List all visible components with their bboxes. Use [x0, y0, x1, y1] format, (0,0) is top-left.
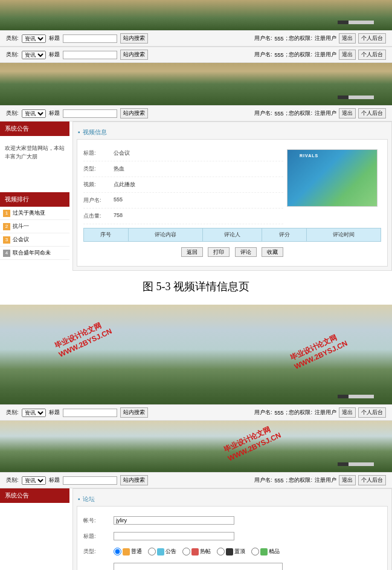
- category-select[interactable]: 资讯: [22, 409, 46, 417]
- label-account: 帐号:: [83, 517, 114, 525]
- category-select[interactable]: 资讯: [22, 34, 46, 43]
- user-prefix: 用户名:: [254, 34, 272, 42]
- category-select[interactable]: 资讯: [22, 476, 46, 485]
- main-panel-post: ▪论坛 帐号: 标题: 类型: 普通 公告 热帖 置顶 精品 内容:✲ 附件: …: [72, 488, 392, 570]
- search-input[interactable]: [63, 34, 117, 43]
- search-bar-mid: 类别: 资讯 标题 站内搜索 用户名: 555 ; 您的权限: 注册用户 退出 …: [0, 404, 392, 421]
- list-item[interactable]: 2抗斗一: [0, 220, 69, 233]
- search-input[interactable]: [63, 51, 117, 59]
- personal-button[interactable]: 个人后台: [358, 475, 386, 485]
- search-button[interactable]: 站内搜索: [120, 475, 148, 485]
- comment-button[interactable]: 评论: [235, 247, 257, 257]
- back-button[interactable]: 返回: [181, 247, 203, 257]
- radio-option[interactable]: 公告: [148, 548, 176, 555]
- role: 注册用户: [315, 34, 336, 42]
- comment-table: 序号 评论内容 评论人 评分 评论时间: [83, 228, 381, 242]
- search-button[interactable]: 站内搜索: [120, 108, 148, 118]
- print-button[interactable]: 打印: [208, 247, 230, 257]
- announce-header: 系统公告: [0, 121, 69, 136]
- logout-button[interactable]: 退出: [339, 33, 356, 44]
- logout-button[interactable]: 退出: [339, 475, 356, 485]
- category-icon: [123, 548, 130, 555]
- category-icon: [226, 548, 233, 555]
- category-icon: [157, 548, 164, 555]
- content-editor[interactable]: ✲: [114, 563, 283, 570]
- username: 555: [274, 36, 283, 42]
- category-icon: [260, 548, 268, 555]
- logout-button[interactable]: 退出: [339, 407, 356, 418]
- radio-option[interactable]: 普通: [114, 548, 142, 555]
- account-input[interactable]: [114, 516, 234, 525]
- play-link[interactable]: 点此播放: [114, 181, 135, 189]
- label-click: 点击量:: [83, 212, 114, 220]
- panel-icon: ▪: [78, 496, 80, 502]
- search-bar-main1: 类别: 资讯 标题 站内搜索 用户名: 555 ; 您的权限: 注册用户 退出 …: [0, 105, 392, 121]
- announce-body: 欢迎大家登陆网站，本站丰富为广大朋: [0, 138, 69, 192]
- col-score: 评分: [262, 228, 307, 242]
- figure-5-3-section: 类别: 资讯 标题 站内搜索 用户名: 555 ; 您的权限: 注册用户 退出 …: [0, 0, 392, 305]
- banner-2a: 毕业设计论文网WWW.2BYSJ.CN 毕业设计论文网WWW.2BYSJ.CN: [0, 305, 392, 404]
- logout-button[interactable]: 退出: [339, 108, 356, 118]
- col-person: 评论人: [202, 228, 262, 242]
- watermark: 毕业设计论文网WWW.2BYSJ.CN: [222, 421, 283, 462]
- main-panel-detail: ▪视频信息 标题:公会议 类型:热血 视频:点此播放 用户名:555 点击量:7…: [72, 121, 392, 271]
- list-item[interactable]: 4联合盛年同命未: [0, 247, 69, 260]
- video-thumbnail[interactable]: [287, 149, 378, 207]
- search-bar-top1: 类别: 资讯 标题 站内搜索 用户名: 555 ; 您的权限: 注册用户 退出 …: [0, 30, 392, 47]
- radio-option[interactable]: 置顶: [217, 548, 245, 555]
- panel-title: 论坛: [83, 496, 95, 502]
- watermark: 毕业设计论文网WWW.2BYSJ.CN: [289, 329, 349, 371]
- banner-2b: 毕业设计论文网WWW.2BYSJ.CN: [0, 421, 392, 472]
- search-button[interactable]: 站内搜索: [120, 50, 148, 60]
- watermark: 毕业设计论文网WWW.2BYSJ.CN: [53, 317, 114, 358]
- sidebar: 系统公告 欢迎大家登陆网站，本站丰富为广大朋 视频排行 1过关于奥地亚 2抗斗一…: [0, 121, 72, 271]
- announce-body: [0, 505, 69, 570]
- category-select[interactable]: 资讯: [22, 109, 46, 118]
- col-time: 评论时间: [306, 228, 381, 242]
- search-bar-main2: 类别: 资讯 标题 站内搜索 用户名: 555 ; 您的权限: 注册用户 退出 …: [0, 472, 392, 488]
- sidebar: 系统公告 视频排行 1过关于奥地亚 2抗斗一 3公会议 4联合盛年同命未: [0, 488, 72, 570]
- radio-option[interactable]: 精品: [251, 548, 280, 555]
- col-content: 评论内容: [128, 228, 202, 242]
- announce-header: 系统公告: [0, 488, 69, 503]
- label-user: 用户名:: [83, 196, 114, 204]
- panel-icon: ▪: [78, 129, 80, 135]
- banner-strip-1: [0, 0, 392, 30]
- logout-button[interactable]: 退出: [339, 50, 356, 60]
- rank-header: 视频排行: [0, 192, 69, 207]
- figure-5-4-section: 毕业设计论文网WWW.2BYSJ.CN 毕业设计论文网WWW.2BYSJ.CN …: [0, 305, 392, 570]
- role-prefix: ; 您的权限:: [286, 34, 312, 42]
- label-cat: 类型:: [83, 165, 114, 173]
- favorite-button[interactable]: 收藏: [262, 247, 283, 257]
- banner-1: [0, 63, 392, 105]
- category-select[interactable]: 资讯: [22, 51, 46, 59]
- list-item[interactable]: 3公会议: [0, 233, 69, 247]
- panel-title: 视频信息: [83, 129, 107, 135]
- title-input[interactable]: [114, 532, 234, 540]
- search-input[interactable]: [63, 409, 117, 417]
- list-item[interactable]: 1过关于奥地亚: [0, 207, 69, 220]
- personal-button[interactable]: 个人后台: [358, 50, 386, 60]
- caption-5-3: 图 5-3 视频详情信息页: [0, 271, 392, 305]
- tag-label: 标题: [49, 34, 60, 42]
- label-title: 标题:: [83, 149, 114, 157]
- category-label: 类别:: [6, 34, 19, 42]
- label-title: 标题:: [83, 533, 114, 540]
- personal-button[interactable]: 个人后台: [358, 108, 386, 118]
- search-button[interactable]: 站内搜索: [120, 33, 148, 44]
- radio-option[interactable]: 热帖: [182, 548, 211, 555]
- personal-button[interactable]: 个人后台: [358, 407, 386, 418]
- label-video: 视频:: [83, 181, 114, 189]
- search-input[interactable]: [63, 476, 117, 485]
- search-bar-top2: 类别: 资讯 标题 站内搜索 用户名: 555 ; 您的权限: 注册用户 退出 …: [0, 47, 392, 63]
- personal-button[interactable]: 个人后台: [358, 33, 386, 44]
- search-input[interactable]: [63, 109, 117, 118]
- col-seq: 序号: [84, 228, 129, 242]
- label-cat: 类型:: [83, 548, 114, 555]
- search-button[interactable]: 站内搜索: [120, 407, 148, 418]
- category-icon: [191, 548, 199, 555]
